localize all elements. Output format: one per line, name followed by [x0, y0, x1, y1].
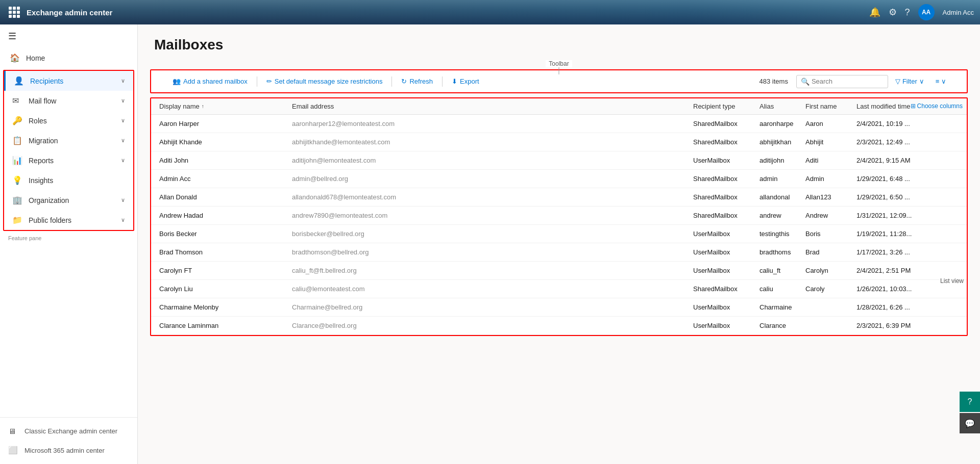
cell-actions [943, 120, 959, 127]
settings-icon[interactable]: ⚙ [889, 7, 897, 18]
sidebar-item-migration[interactable]: 📋 Migration ∨ [4, 131, 133, 150]
item-count: 483 items [760, 78, 794, 85]
set-default-button[interactable]: ✏ Set default message size restrictions [261, 74, 388, 88]
filter-label: Filter [902, 78, 917, 85]
col-recipient-type-label: Recipient type [693, 102, 735, 110]
table-row[interactable]: Carolyn FT caliu_ft@ft.bellred.org UserM… [151, 262, 967, 280]
cell-modified: 1/31/2021, 12:09... [856, 212, 943, 219]
cell-actions [943, 285, 959, 293]
search-input[interactable] [812, 78, 883, 85]
cell-display-name: Brad Thomson [159, 248, 292, 256]
add-shared-mailbox-button[interactable]: 👥 Add a shared mailbox [167, 74, 253, 88]
table-row[interactable]: Aditi John aditijohn@lemonteatest.com Us… [151, 151, 967, 170]
recipients-icon: 👤 [14, 76, 25, 86]
cell-type: UserMailbox [693, 230, 760, 238]
user-avatar[interactable]: AA [918, 4, 935, 20]
cell-modified: 2/3/2021, 12:49 ... [856, 138, 943, 146]
table-row[interactable]: Allan Donald allandonald678@lemonteatest… [151, 188, 967, 207]
cell-type: UserMailbox [693, 157, 760, 164]
cell-alias: testingthis [760, 230, 805, 238]
refresh-button[interactable]: ↻ Refresh [396, 74, 438, 88]
sidebar-item-roles-label: Roles [29, 117, 121, 125]
cell-first-name: Aaron [805, 120, 856, 127]
cell-type: SharedMailbox [693, 120, 760, 127]
sidebar-item-organization[interactable]: 🏢 Organization ∨ [4, 190, 133, 210]
chat-button[interactable]: 💬 [960, 413, 980, 433]
cell-alias: allandonal [760, 193, 805, 201]
classic-exchange-label: Classic Exchange admin center [24, 427, 117, 435]
cell-display-name: Admin Acc [159, 175, 292, 183]
sidebar-item-public-folders[interactable]: 📁 Public folders ∨ [4, 210, 133, 230]
table-row[interactable]: Clarance Laminman Clarance@bellred.org U… [151, 317, 967, 335]
add-shared-icon: 👥 [173, 78, 181, 85]
cell-actions [943, 193, 959, 201]
cell-alias: aaronharpe [760, 120, 805, 127]
cell-actions [943, 138, 959, 146]
help-icon[interactable]: ? [905, 7, 910, 18]
table-row[interactable]: Andrew Hadad andrew7890@lemonteatest.com… [151, 207, 967, 225]
col-recipient-type[interactable]: Recipient type [693, 102, 760, 110]
toolbar-separator-1 [257, 76, 257, 87]
classic-exchange-icon: 🖥 [8, 427, 19, 435]
roles-chevron: ∨ [121, 117, 125, 124]
table-row[interactable]: Carolyn Liu caliu@lemonteatest.com Share… [151, 280, 967, 298]
search-icon: 🔍 [801, 78, 810, 86]
cell-display-name: Aaron Harper [159, 120, 292, 127]
sidebar-toggle[interactable]: ☰ [0, 24, 137, 48]
col-first-name[interactable]: First name [805, 102, 856, 110]
organization-icon: 🏢 [12, 195, 23, 205]
cell-first-name: Carolyn [805, 267, 856, 274]
table-row[interactable]: Brad Thomson bradthomson@bellred.org Use… [151, 243, 967, 262]
cell-type: UserMailbox [693, 248, 760, 256]
filter-button[interactable]: ▽ Filter ∨ [890, 75, 929, 87]
export-button[interactable]: ⬇ Export [447, 74, 484, 88]
sidebar-item-reports[interactable]: 📊 Reports ∨ [4, 150, 133, 170]
list-container: Display name ↑ Email address Recipient t… [150, 97, 968, 336]
cell-actions [943, 248, 959, 256]
cell-actions [943, 175, 959, 183]
col-display-name-label: Display name [159, 102, 200, 110]
table-row[interactable]: Boris Becker borisbecker@bellred.org Use… [151, 225, 967, 243]
cell-email: admin@bellred.org [292, 175, 693, 183]
sidebar-item-recipients[interactable]: 👤 Recipients ∨ [4, 71, 133, 91]
sort-button[interactable]: ≡ ∨ [932, 75, 950, 87]
cell-alias: andrew [760, 212, 805, 219]
col-display-name[interactable]: Display name ↑ [159, 102, 292, 110]
search-box[interactable]: 🔍 [796, 75, 888, 88]
table-row[interactable]: Abhijit Khande abhijitkhande@lemonteates… [151, 133, 967, 151]
sidebar-item-recipients-label: Recipients [30, 77, 121, 85]
reports-icon: 📊 [12, 156, 23, 165]
cell-first-name [805, 303, 856, 311]
cell-type: SharedMailbox [693, 193, 760, 201]
bell-icon[interactable]: 🔔 [869, 7, 880, 18]
table-row[interactable]: Admin Acc admin@bellred.org SharedMailbo… [151, 170, 967, 188]
waffle-menu[interactable] [6, 4, 22, 20]
cell-display-name: Clarance Laminman [159, 322, 292, 329]
sidebar-item-insights[interactable]: 💡 Insights [4, 170, 133, 190]
help-panel-button[interactable]: ? [960, 392, 980, 412]
choose-columns-button[interactable]: ⊞ Choose columns [911, 102, 963, 110]
user-name: Admin Acc [943, 9, 974, 16]
cell-first-name [805, 322, 856, 329]
table-row[interactable]: Aaron Harper aaronharper12@lemonteatest.… [151, 115, 967, 133]
export-label: Export [460, 78, 479, 85]
cell-modified: 2/4/2021, 2:51 PM [856, 267, 943, 274]
cell-alias: Charmaine [760, 303, 805, 311]
cell-email: abhijitkhande@lemonteatest.com [292, 138, 693, 146]
cell-first-name: Abhijit [805, 138, 856, 146]
sidebar-item-classic-exchange[interactable]: 🖥 Classic Exchange admin center [0, 422, 137, 441]
m365-icon: ⬜ [8, 446, 19, 455]
app-title: Exchange admin center [27, 8, 112, 17]
table-row[interactable]: Charmaine Melonby Charmaine@bellred.org … [151, 298, 967, 317]
m365-label: Microsoft 365 admin center [24, 447, 105, 454]
col-email[interactable]: Email address [292, 102, 693, 110]
export-icon: ⬇ [452, 78, 457, 85]
cell-email: Charmaine@bellred.org [292, 303, 693, 311]
col-alias[interactable]: Alias [760, 102, 805, 110]
sidebar-item-mail-flow[interactable]: ✉ Mail flow ∨ [4, 91, 133, 111]
sidebar-item-home[interactable]: 🏠 Home [0, 48, 137, 68]
sidebar-item-roles[interactable]: 🔑 Roles ∨ [4, 111, 133, 131]
cell-email: borisbecker@bellred.org [292, 230, 693, 238]
feature-pane-label: Feature pane [0, 233, 137, 242]
sidebar-item-m365[interactable]: ⬜ Microsoft 365 admin center [0, 441, 137, 460]
